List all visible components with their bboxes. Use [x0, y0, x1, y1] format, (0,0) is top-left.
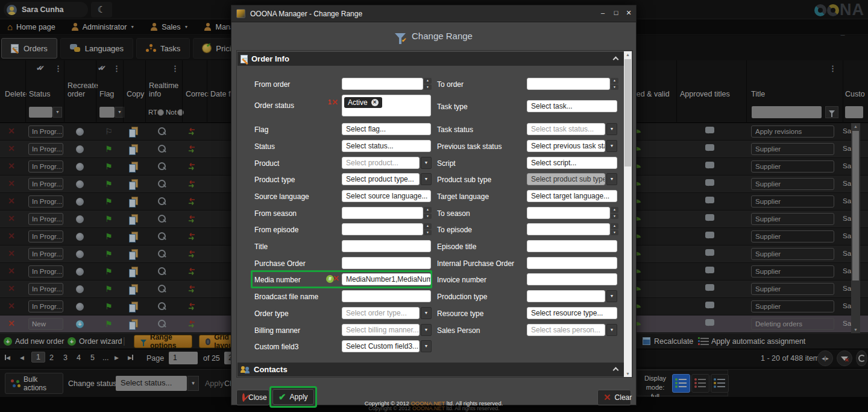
- field-to-order-label: To order: [437, 80, 464, 89]
- field-custom-field3-label: Custom field3: [254, 343, 298, 351]
- task-type-select[interactable]: Select task...: [527, 100, 617, 112]
- field-product-label: Product: [254, 159, 279, 168]
- to-season-spinner[interactable]: ▲▼: [611, 207, 618, 219]
- to-episode-input[interactable]: [527, 223, 610, 235]
- close-window-button[interactable]: ✕: [623, 9, 634, 17]
- script-select[interactable]: Select script...: [527, 157, 617, 169]
- spin-up-icon[interactable]: ▲: [424, 207, 432, 213]
- flag-select[interactable]: Select flag...: [342, 123, 431, 135]
- order-status-count-badge: 1: [328, 99, 332, 106]
- dialog-title-bar[interactable]: OOONA Manager - Change Range: [231, 5, 636, 22]
- contacts-section-header[interactable]: Contacts: [237, 363, 625, 376]
- product-select[interactable]: Select product...: [342, 157, 420, 169]
- spin-up-icon[interactable]: ▲: [424, 78, 432, 84]
- change-range-dialog: OOONA Manager - Change Range – □ ✕ Chang…: [231, 5, 637, 405]
- from-season-spinner[interactable]: ▲▼: [424, 207, 432, 219]
- field-product-sub-type-label: Product sub type: [437, 176, 491, 184]
- billing-manner-dropdown-arrow[interactable]: ▼: [421, 324, 432, 336]
- resource-type-select[interactable]: Select resource type...: [527, 307, 617, 319]
- field-from-season-label: From season: [254, 209, 297, 218]
- dialog-heading: Change Range: [231, 31, 636, 41]
- scroll-down-icon[interactable]: ▼: [624, 372, 632, 376]
- to-season-input[interactable]: [527, 207, 610, 219]
- episode-title-input[interactable]: [527, 240, 617, 252]
- field-internal-purchase-order-label: Internal Purchase Order: [437, 259, 514, 268]
- task-status-dropdown-arrow[interactable]: ▼: [606, 123, 617, 135]
- spin-up-icon[interactable]: ▲: [611, 207, 618, 213]
- order-type-dropdown-arrow[interactable]: ▼: [421, 307, 432, 319]
- to-episode-spinner[interactable]: ▲▼: [611, 223, 618, 235]
- production-type-dropdown-arrow[interactable]: ▼: [606, 290, 617, 302]
- spin-down-icon[interactable]: ▼: [611, 230, 618, 236]
- field-media-number-label: Media number: [254, 276, 301, 284]
- broadcast-file-name-input[interactable]: [342, 290, 431, 302]
- order-info-section-header[interactable]: Order Info: [237, 52, 625, 66]
- field-task-type-label: Task type: [437, 103, 468, 111]
- remove-filter-x-icon[interactable]: ✕: [332, 98, 338, 107]
- media-number-input[interactable]: MediaNumber1,MediaNum...: [342, 273, 431, 285]
- task-status-select[interactable]: Select task status...: [527, 123, 605, 135]
- internal-purchase-order-input[interactable]: [527, 257, 617, 269]
- billing-manner-select[interactable]: Select billing manner...: [342, 324, 420, 336]
- field-status-label: Status: [254, 142, 275, 151]
- maximize-button[interactable]: □: [611, 9, 621, 16]
- order-info-icon: [241, 55, 248, 63]
- custom-field3-select[interactable]: Select Custom field3...: [342, 340, 420, 352]
- dialog-scroll-area: Order Info From order▲▼Order status1✕Act…: [236, 50, 633, 378]
- collapse-chevron-icon[interactable]: [613, 57, 619, 63]
- to-order-input[interactable]: [527, 78, 610, 90]
- to-order-spinner[interactable]: ▲▼: [611, 78, 618, 90]
- sales-person-select[interactable]: Select sales person...: [527, 324, 605, 336]
- spin-down-icon[interactable]: ▼: [424, 84, 432, 90]
- from-episode-input[interactable]: [342, 223, 423, 235]
- spin-down-icon[interactable]: ▼: [611, 84, 618, 90]
- spin-up-icon[interactable]: ▲: [611, 78, 618, 84]
- target-language-select[interactable]: Select target language...: [527, 190, 617, 202]
- status-select[interactable]: Select status...: [342, 140, 431, 152]
- from-episode-spinner[interactable]: ▲▼: [424, 223, 432, 235]
- remove-tag-icon[interactable]: ✕: [371, 99, 379, 106]
- remove-filter-x-icon[interactable]: ✕: [333, 274, 339, 283]
- production-type-select[interactable]: [527, 290, 605, 302]
- custom-field3-dropdown-arrow[interactable]: ▼: [421, 340, 432, 352]
- product-type-select[interactable]: Select product type...: [342, 173, 420, 185]
- spin-up-icon[interactable]: ▲: [424, 223, 432, 229]
- product-type-dropdown-arrow[interactable]: ▼: [421, 173, 432, 185]
- app-icon: [236, 9, 245, 18]
- field-source-language-label: Source language: [254, 192, 309, 201]
- field-title-label: Title: [254, 242, 268, 251]
- from-season-input[interactable]: [342, 207, 423, 219]
- status-tag: Active✕: [344, 97, 382, 108]
- field-invoice-number-label: Invoice number: [437, 276, 486, 284]
- previous-task-status-dropdown-arrow[interactable]: ▼: [606, 140, 617, 152]
- title-input[interactable]: [342, 240, 431, 252]
- product-sub-type-dropdown-arrow[interactable]: ▼: [606, 173, 617, 185]
- source-language-select[interactable]: Select source language...: [342, 190, 431, 202]
- app-root: Sara Cunha ☾ NA QA ⌂Home page Administra…: [0, 0, 868, 412]
- order-status-multiselect[interactable]: Active✕: [342, 95, 431, 116]
- scroll-up-icon[interactable]: ▲: [624, 52, 632, 57]
- previous-task-status-select[interactable]: Select previous task sta...: [527, 140, 605, 152]
- from-order-spinner[interactable]: ▲▼: [424, 78, 432, 90]
- field-script-label: Script: [437, 159, 456, 168]
- spin-down-icon[interactable]: ▼: [424, 214, 432, 220]
- dialog-copyright: Copyright © 2012 OOONA.NET ltd. All righ…: [231, 400, 636, 407]
- field-billing-manner-label: Billing manner: [254, 326, 300, 335]
- collapse-chevron-icon[interactable]: [613, 367, 619, 373]
- purchase-order-input[interactable]: [342, 257, 431, 269]
- product-dropdown-arrow[interactable]: ▼: [421, 157, 432, 169]
- spin-down-icon[interactable]: ▼: [424, 230, 432, 236]
- order-type-select[interactable]: Select order type...: [342, 307, 420, 319]
- sales-person-dropdown-arrow[interactable]: ▼: [606, 324, 617, 336]
- minimize-button[interactable]: –: [597, 9, 608, 16]
- dialog-scrollbar-thumb[interactable]: [624, 59, 631, 166]
- spin-up-icon[interactable]: ▲: [611, 223, 618, 229]
- product-sub-type-select[interactable]: Select product sub type...: [527, 173, 605, 185]
- dialog-title: OOONA Manager - Change Range: [250, 10, 362, 18]
- from-order-input[interactable]: [342, 78, 423, 90]
- spin-down-icon[interactable]: ▼: [611, 214, 618, 220]
- dialog-scrollbar[interactable]: ▲ ▼: [624, 51, 632, 377]
- field-from-episode-label: From episode: [254, 226, 298, 234]
- field-from-order-label: From order: [254, 80, 290, 89]
- invoice-number-input[interactable]: [527, 273, 617, 285]
